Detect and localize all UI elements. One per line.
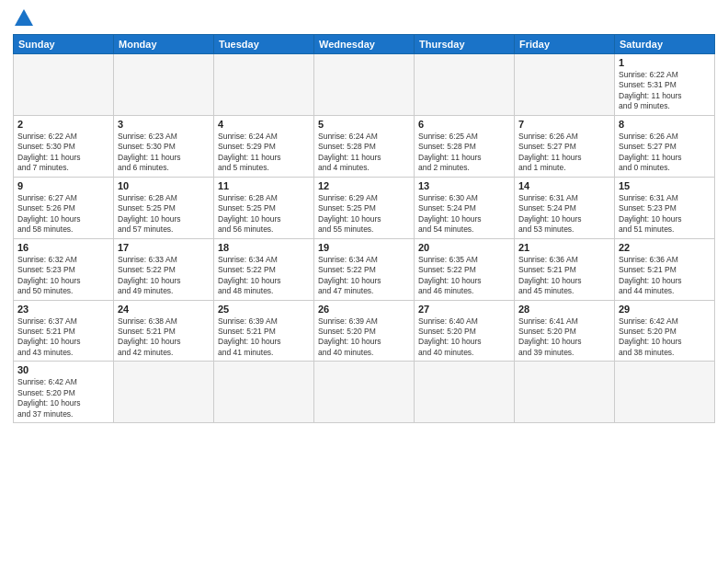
calendar-cell: 12Sunrise: 6:29 AM Sunset: 5:25 PM Dayli…	[314, 177, 415, 238]
day-info: Sunrise: 6:41 AM Sunset: 5:20 PM Dayligh…	[518, 316, 610, 359]
calendar-cell: 13Sunrise: 6:30 AM Sunset: 5:24 PM Dayli…	[415, 177, 515, 238]
day-info: Sunrise: 6:42 AM Sunset: 5:20 PM Dayligh…	[619, 316, 711, 359]
col-thursday: Thursday	[415, 35, 515, 54]
day-number: 11	[218, 180, 310, 191]
calendar-cell: 6Sunrise: 6:25 AM Sunset: 5:28 PM Daylig…	[415, 115, 515, 177]
day-number: 12	[318, 180, 410, 191]
day-number: 13	[418, 180, 510, 191]
col-wednesday: Wednesday	[314, 35, 415, 54]
day-info: Sunrise: 6:36 AM Sunset: 5:21 PM Dayligh…	[518, 255, 610, 297]
day-info: Sunrise: 6:39 AM Sunset: 5:20 PM Dayligh…	[318, 316, 410, 359]
day-number: 30	[17, 364, 109, 375]
day-number: 4	[218, 119, 310, 130]
day-number: 25	[218, 304, 310, 315]
day-info: Sunrise: 6:23 AM Sunset: 5:30 PM Dayligh…	[118, 132, 210, 174]
col-tuesday: Tuesday	[214, 35, 314, 54]
calendar-cell: 16Sunrise: 6:32 AM Sunset: 5:23 PM Dayli…	[14, 238, 114, 300]
calendar-cell	[14, 54, 114, 116]
calendar-cell: 30Sunrise: 6:42 AM Sunset: 5:20 PM Dayli…	[14, 362, 114, 423]
calendar-cell: 20Sunrise: 6:35 AM Sunset: 5:22 PM Dayli…	[415, 238, 515, 300]
day-number: 26	[318, 304, 410, 315]
day-info: Sunrise: 6:31 AM Sunset: 5:24 PM Dayligh…	[518, 193, 610, 236]
calendar-cell: 5Sunrise: 6:24 AM Sunset: 5:28 PM Daylig…	[314, 115, 415, 177]
logo-triangle-icon	[15, 9, 33, 26]
calendar-cell: 29Sunrise: 6:42 AM Sunset: 5:20 PM Dayli…	[615, 300, 715, 362]
calendar-cell: 28Sunrise: 6:41 AM Sunset: 5:20 PM Dayli…	[515, 300, 615, 362]
day-number: 14	[518, 180, 610, 191]
day-number: 15	[619, 180, 711, 191]
day-number: 16	[17, 242, 109, 253]
calendar-cell: 2Sunrise: 6:22 AM Sunset: 5:30 PM Daylig…	[14, 115, 114, 177]
calendar-cell: 8Sunrise: 6:26 AM Sunset: 5:27 PM Daylig…	[615, 115, 715, 177]
calendar-cell: 3Sunrise: 6:23 AM Sunset: 5:30 PM Daylig…	[114, 115, 214, 177]
calendar-cell: 24Sunrise: 6:38 AM Sunset: 5:21 PM Dayli…	[114, 300, 214, 362]
day-number: 10	[118, 180, 210, 191]
logo-text	[13, 9, 33, 28]
day-info: Sunrise: 6:35 AM Sunset: 5:22 PM Dayligh…	[418, 255, 510, 297]
day-info: Sunrise: 6:37 AM Sunset: 5:21 PM Dayligh…	[17, 316, 109, 359]
calendar-cell	[415, 54, 515, 116]
day-number: 23	[17, 304, 109, 315]
calendar-cell: 19Sunrise: 6:34 AM Sunset: 5:22 PM Dayli…	[314, 238, 415, 300]
day-info: Sunrise: 6:42 AM Sunset: 5:20 PM Dayligh…	[17, 377, 109, 419]
day-info: Sunrise: 6:39 AM Sunset: 5:21 PM Dayligh…	[218, 316, 310, 359]
day-number: 24	[118, 304, 210, 315]
calendar-cell	[515, 362, 615, 423]
calendar-cell	[114, 362, 214, 423]
day-number: 20	[418, 242, 510, 253]
day-info: Sunrise: 6:22 AM Sunset: 5:30 PM Dayligh…	[17, 132, 109, 174]
day-info: Sunrise: 6:24 AM Sunset: 5:29 PM Dayligh…	[218, 132, 310, 174]
day-number: 1	[619, 57, 711, 68]
day-info: Sunrise: 6:31 AM Sunset: 5:23 PM Dayligh…	[619, 193, 711, 236]
day-number: 19	[318, 242, 410, 253]
col-sunday: Sunday	[14, 35, 114, 54]
calendar-cell	[114, 54, 214, 116]
day-info: Sunrise: 6:29 AM Sunset: 5:25 PM Dayligh…	[318, 193, 410, 236]
day-info: Sunrise: 6:30 AM Sunset: 5:24 PM Dayligh…	[418, 193, 510, 236]
calendar-header-row: Sunday Monday Tuesday Wednesday Thursday…	[14, 35, 715, 54]
calendar-cell	[415, 362, 515, 423]
day-number: 5	[318, 119, 410, 130]
day-number: 21	[518, 242, 610, 253]
calendar-cell: 23Sunrise: 6:37 AM Sunset: 5:21 PM Dayli…	[14, 300, 114, 362]
col-monday: Monday	[114, 35, 214, 54]
day-number: 6	[418, 119, 510, 130]
logo	[13, 9, 33, 29]
calendar-cell: 7Sunrise: 6:26 AM Sunset: 5:27 PM Daylig…	[515, 115, 615, 177]
calendar-cell	[214, 54, 314, 116]
day-number: 17	[118, 242, 210, 253]
day-number: 3	[118, 119, 210, 130]
day-info: Sunrise: 6:28 AM Sunset: 5:25 PM Dayligh…	[218, 193, 310, 236]
day-number: 29	[619, 304, 711, 315]
day-number: 27	[418, 304, 510, 315]
calendar-cell	[214, 362, 314, 423]
day-number: 9	[17, 180, 109, 191]
calendar-table: Sunday Monday Tuesday Wednesday Thursday…	[13, 34, 715, 423]
day-number: 18	[218, 242, 310, 253]
col-saturday: Saturday	[615, 35, 715, 54]
day-number: 7	[518, 119, 610, 130]
day-number: 2	[17, 119, 109, 130]
calendar-cell	[314, 54, 415, 116]
day-info: Sunrise: 6:24 AM Sunset: 5:28 PM Dayligh…	[318, 132, 410, 174]
col-friday: Friday	[515, 35, 615, 54]
day-number: 8	[619, 119, 711, 130]
day-info: Sunrise: 6:34 AM Sunset: 5:22 PM Dayligh…	[218, 255, 310, 297]
day-info: Sunrise: 6:32 AM Sunset: 5:23 PM Dayligh…	[17, 255, 109, 297]
day-info: Sunrise: 6:34 AM Sunset: 5:22 PM Dayligh…	[318, 255, 410, 297]
calendar-cell: 17Sunrise: 6:33 AM Sunset: 5:22 PM Dayli…	[114, 238, 214, 300]
day-info: Sunrise: 6:33 AM Sunset: 5:22 PM Dayligh…	[118, 255, 210, 297]
calendar-cell: 9Sunrise: 6:27 AM Sunset: 5:26 PM Daylig…	[14, 177, 114, 238]
calendar-cell: 26Sunrise: 6:39 AM Sunset: 5:20 PM Dayli…	[314, 300, 415, 362]
calendar-cell: 27Sunrise: 6:40 AM Sunset: 5:20 PM Dayli…	[415, 300, 515, 362]
calendar-cell	[515, 54, 615, 116]
calendar-cell: 22Sunrise: 6:36 AM Sunset: 5:21 PM Dayli…	[615, 238, 715, 300]
day-info: Sunrise: 6:27 AM Sunset: 5:26 PM Dayligh…	[17, 193, 109, 236]
day-info: Sunrise: 6:26 AM Sunset: 5:27 PM Dayligh…	[619, 132, 711, 174]
calendar-cell: 25Sunrise: 6:39 AM Sunset: 5:21 PM Dayli…	[214, 300, 314, 362]
calendar-cell: 11Sunrise: 6:28 AM Sunset: 5:25 PM Dayli…	[214, 177, 314, 238]
calendar-cell: 1Sunrise: 6:22 AM Sunset: 5:31 PM Daylig…	[615, 54, 715, 116]
calendar-cell: 15Sunrise: 6:31 AM Sunset: 5:23 PM Dayli…	[615, 177, 715, 238]
day-info: Sunrise: 6:40 AM Sunset: 5:20 PM Dayligh…	[418, 316, 510, 359]
calendar-cell	[314, 362, 415, 423]
